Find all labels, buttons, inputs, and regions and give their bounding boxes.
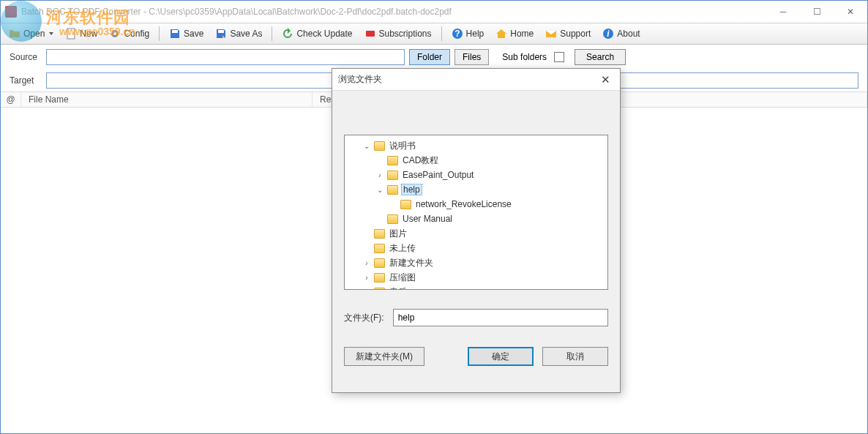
gear-icon [109,28,121,40]
support-label: Support [560,29,591,39]
tree-item-label: network_RevokeLicense [414,199,513,209]
chevron-right-icon[interactable]: › [375,171,384,179]
dialog-close-button[interactable]: ✕ [596,73,614,86]
folder-icon [374,244,385,253]
folder-button[interactable]: Folder [409,49,450,65]
folder-field-row: 文件夹(F): [332,297,620,326]
help-button[interactable]: ? Help [446,25,490,42]
chevron-down-icon[interactable]: ⌄ [375,186,384,194]
chevron-right-icon[interactable]: › [362,259,371,267]
save-button[interactable]: Save [164,25,209,42]
folder-icon [387,171,398,180]
folder-open-icon [9,28,20,40]
support-button[interactable]: Support [540,25,596,42]
new-button[interactable]: New [60,25,102,42]
folder-tree[interactable]: ⌄说明书·CAD教程›EasePaint_Output⌄help·network… [344,135,608,290]
help-icon: ? [452,28,463,40]
tree-item[interactable]: ›音乐 [346,285,606,290]
tree-item-label: 说明书 [388,140,417,152]
folder-icon [374,141,385,151]
chevron-right-icon[interactable]: › [362,288,371,291]
config-label: Config [124,29,149,39]
files-button[interactable]: Files [454,49,489,65]
titlebar: Batch DOC TO PDF Converter - C:\Users\pc… [1,1,867,23]
saveas-icon [215,28,227,40]
tree-item-label: User Manual [401,214,454,224]
subscriptions-label: Subscriptions [379,29,432,39]
saveas-label: Save As [230,29,262,39]
tree-item[interactable]: ·User Manual [346,212,606,226]
about-label: About [617,29,640,39]
subfolders-label: Sub folders [502,52,547,62]
tree-item[interactable]: ·未上传 [346,241,606,255]
ok-button[interactable]: 确定 [468,347,534,366]
caret-blank: · [375,215,384,223]
info-icon: i [602,28,614,40]
about-button[interactable]: i About [597,25,645,42]
window-controls: ─ ☐ ✕ [766,1,867,23]
saveas-button[interactable]: Save As [210,25,267,42]
dialog-body: ⌄说明书·CAD教程›EasePaint_Output⌄help·network… [332,91,620,297]
maximize-button[interactable]: ☐ [800,1,834,23]
config-button[interactable]: Config [104,25,154,42]
tree-item[interactable]: ·CAD教程 [346,153,606,168]
col-filename[interactable]: File Name [21,92,313,107]
save-label: Save [184,29,203,39]
cancel-button[interactable]: 取消 [542,347,608,366]
folder-icon [374,258,385,268]
chevron-down-icon [49,32,53,35]
tree-item-label: 压缩图 [388,272,417,284]
tree-item-label: 未上传 [388,242,417,255]
folder-icon [387,156,398,165]
home-icon [495,28,507,40]
app-icon [5,6,17,18]
chevron-down-icon[interactable]: ⌄ [362,142,371,150]
source-label: Source [10,52,42,62]
close-button[interactable]: ✕ [834,1,867,23]
check-update-button[interactable]: Check Update [277,25,357,42]
minimize-button[interactable]: ─ [766,1,800,23]
folder-icon [387,185,398,195]
caret-blank: · [362,244,371,252]
folder-icon [374,229,385,239]
document-new-icon [65,28,77,40]
tree-item[interactable]: ·network_RevokeLicense [346,197,606,212]
tree-item[interactable]: ›压缩图 [346,270,606,285]
tree-item-label: 图片 [388,228,408,240]
open-button[interactable]: Open [4,25,59,42]
source-input[interactable] [46,49,405,65]
tree-item[interactable]: ›新建文件夹 [346,255,606,270]
mail-icon [545,28,557,40]
dialog-titlebar: 浏览文件夹 ✕ [332,69,620,91]
browse-folder-dialog: 浏览文件夹 ✕ ⌄说明书·CAD教程›EasePaint_Output⌄help… [332,68,621,393]
folder-icon [400,200,411,209]
cart-icon [364,28,376,40]
folder-field-input[interactable] [393,309,608,326]
caret-blank: · [389,201,397,209]
tree-item[interactable]: ⌄help [346,182,606,197]
toolbar-separator [272,26,272,41]
home-button[interactable]: Home [490,25,539,42]
folder-field-label: 文件夹(F): [344,312,384,324]
col-at[interactable]: @ [1,92,21,107]
tree-item-label: 音乐 [388,286,408,291]
tree-item[interactable]: ·图片 [346,226,606,241]
refresh-icon [282,28,293,40]
toolbar-separator [159,26,160,41]
subfolders-checkbox[interactable] [554,52,564,62]
subscriptions-button[interactable]: Subscriptions [359,25,437,42]
search-button[interactable]: Search [575,49,626,65]
svg-text:?: ? [454,29,460,39]
home-label: Home [510,29,534,39]
target-label: Target [10,75,42,86]
svg-point-2 [113,32,116,35]
chevron-right-icon[interactable]: › [362,274,371,282]
help-label: Help [466,29,484,39]
main-toolbar: Open New Config Save Save As Check Updat… [1,23,867,45]
save-icon [169,28,181,40]
new-folder-button[interactable]: 新建文件夹(M) [344,347,424,366]
tree-item[interactable]: ⌄说明书 [346,138,606,153]
window-title: Batch DOC TO PDF Converter - C:\Users\pc… [21,7,766,17]
tree-item[interactable]: ›EasePaint_Output [346,168,606,182]
tree-item-label: help [401,184,422,195]
